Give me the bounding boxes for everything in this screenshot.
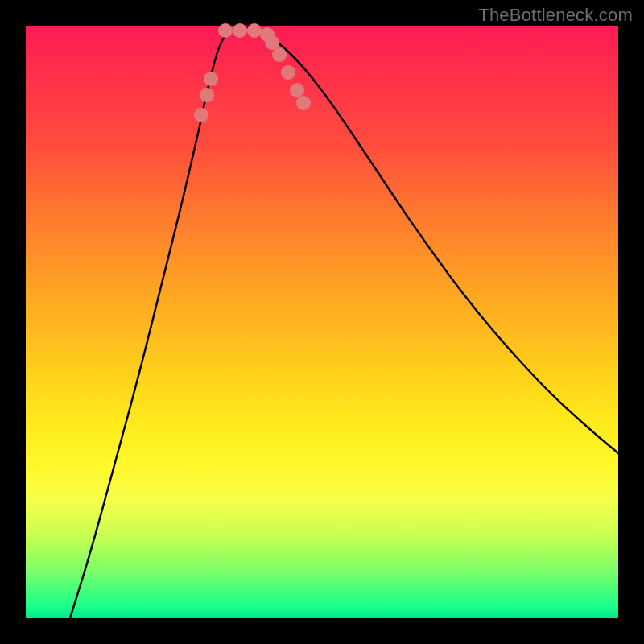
watermark-text: TheBottleneck.com: [478, 5, 633, 26]
marker-cluster: [194, 23, 311, 122]
marker-dot: [290, 83, 304, 97]
marker-dot: [281, 65, 295, 80]
marker-dot: [218, 23, 233, 38]
chart-svg: [26, 26, 618, 618]
marker-dot: [233, 23, 247, 38]
chart-area: [26, 26, 618, 618]
marker-dot: [200, 88, 214, 102]
marker-dot: [247, 23, 262, 38]
marker-dot: [194, 108, 208, 122]
curve-left-branch: [70, 27, 243, 618]
marker-dot: [272, 47, 287, 62]
marker-dot: [265, 35, 279, 50]
marker-dot: [204, 72, 218, 86]
marker-dot: [296, 96, 311, 110]
outer-frame: TheBottleneck.com: [0, 0, 644, 644]
